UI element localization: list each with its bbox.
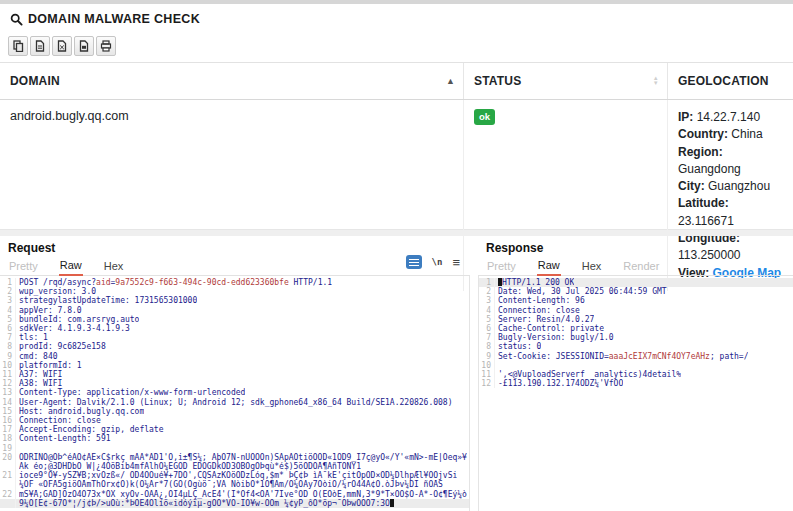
request-panel-title: Request [8,241,470,255]
excel-export-button[interactable] [52,36,72,56]
table-header-row: DOMAIN STATUS GEOLOCATION [0,62,793,100]
code-line: 10 [479,361,793,370]
request-tabs: Pretty Raw Hex \n ≡ [0,255,470,276]
status-header-label: STATUS [474,74,521,88]
sort-ascending-icon [446,76,455,86]
magnifier-icon [10,13,23,26]
domain-malware-check-page: DOMAIN MALWARE CHECK [0,0,793,511]
code-line: 12A38: WIFI [0,379,469,388]
request-tab-raw[interactable]: Raw [59,257,83,276]
code-line: 18Content-Length: 591 [0,434,469,443]
pdf-file-icon [79,40,89,52]
line-endings-icon[interactable]: \n [432,257,443,267]
csv-export-button[interactable] [30,36,50,56]
code-line: 13Content-Type: application/x-www-form-u… [0,388,469,397]
copy-button[interactable] [8,36,28,56]
geo-latitude-line: Latitude: 23.116671 [678,195,783,230]
domain-header-label: DOMAIN [10,74,60,88]
code-line: 2Date: Wed, 30 Jul 2025 06:44:59 GMT [479,287,793,296]
request-panel: Request Pretty Raw Hex \n ≡ 1POST /rqd/a… [0,236,470,511]
malware-check-table: DOMAIN STATUS GEOLOCATION android.bugly.… [0,62,793,230]
export-toolbar [8,36,116,56]
printer-icon [100,40,112,52]
text-cursor [390,499,394,507]
code-line: 4appVer: 7.8.0 [0,306,469,315]
code-line: 21ioce9°O¥-ySZ¥B;xvÖzß«/ ÖD4ÖOué¥+7DÖ',C… [0,471,469,480]
code-line: 3strategylastUpdateTime: 1731565301000 [0,296,469,305]
code-line: 10platformId: 1 [0,361,469,370]
column-header-geolocation[interactable]: GEOLOCATION [667,63,793,99]
excel-file-icon [57,40,67,52]
sort-both-icon [653,76,659,86]
code-line: 15Host: android.bugly.qq.com [0,407,469,416]
code-line: 11',<@VuploadServerf analytics)4detail% [479,370,793,379]
request-raw-view[interactable]: 1POST /rqd/async?aid=9a7552c9-f663-494c-… [0,276,470,511]
geolocation-header-label: GEOLOCATION [678,74,769,88]
request-tab-pretty[interactable]: Pretty [8,258,39,275]
geo-ip-line: IP: 14.22.7.140 [678,109,783,126]
code-line: ¼OF «OFÅ5giöOÅmThOrx¢O)k(Ö¼Àr*7(GÖ(Ogùö¯… [0,480,469,489]
code-line: 11A37: WIFI [0,370,469,379]
menu-icon[interactable]: ≡ [452,256,460,269]
code-line: 9cmd: 840 [0,352,469,361]
copy-icon [13,40,24,52]
code-line: 9Set-Cookie: JSESSIONID=aaaJcEIX7mCNf4OY… [479,352,793,361]
geo-country-line: Country: China [678,126,783,143]
pdf-export-button[interactable] [74,36,94,56]
code-line: 12-£113.190.132.174ODZ¼'VfÖÖ [479,379,793,388]
print-button[interactable] [96,36,116,56]
code-line: 4Connection: close [479,306,793,315]
wrap-lines-icon[interactable] [406,255,422,269]
page-header: DOMAIN MALWARE CHECK [10,12,200,26]
code-line: 8prodId: 9c6825e158 [0,342,469,351]
code-line: 17Accept-Encoding: gzip, deflate [0,425,469,434]
geo-city-line: City: Guangzhou [678,178,783,195]
code-line: 22mS¥Å;GÀD]OzÖ4Ö73x*ÖX xyÖv-ÖÀÅ¿,ÖÍ4µLÇ_… [0,490,469,499]
code-line: 16Connection: close [0,416,469,425]
response-tab-hex[interactable]: Hex [581,258,603,275]
code-line: 8status: 0 [479,342,793,351]
csv-file-icon [35,40,45,52]
code-line: 20ODRÍNÖ@OÞ^éÃO¢ÀÊ×C$rkç mÀÁ*AD1'O,i±¶S¼… [0,453,469,462]
column-header-status[interactable]: STATUS [463,63,667,99]
table-row: android.bugly.qq.com ok IP: 14.22.7.140 … [0,100,793,230]
response-tab-render[interactable]: Render [622,258,660,275]
response-tab-raw[interactable]: Raw [537,257,561,276]
request-code-tools: \n ≡ [406,255,460,269]
status-badge: ok [474,109,495,125]
code-line: 9¼Ö[Ê¢-67Ö*¦/j¢Þ/>uÖù:*ÞÖÊ4Ölíö«idóýïµ-g… [0,499,469,508]
code-line: 14User-Agent: Dalvik/2.1.0 (Linux; U; An… [0,398,469,407]
code-line: 6Cache-Control: private [479,324,793,333]
code-line: 1HTTP/1.1 200 OK [479,278,793,287]
code-line: 3Content-Length: 96 [479,296,793,305]
page-title: DOMAIN MALWARE CHECK [28,12,200,26]
code-line: 5bundleId: com.arsryg.auto [0,315,469,324]
code-line: 5Server: Resin/4.0.27 [479,315,793,324]
response-panel: Response Pretty Raw Hex Render 1HTTP/1.1… [478,236,793,511]
response-tabs: Pretty Raw Hex Render [478,255,793,276]
code-line: 2wup_version: 3.0 [0,287,469,296]
response-tab-pretty[interactable]: Pretty [486,258,517,275]
domain-value: android.bugly.qq.com [10,109,129,123]
code-line: Ak éo;@3DHDbO W|¿4ÖöBib4mfÁlhÖ¼EGÖD ÉDOG… [0,462,469,471]
code-line: 1POST /rqd/async?aid=9a7552c9-f663-494c-… [0,278,469,287]
geo-region-line: Region: Guangdong [678,144,783,179]
request-tab-hex[interactable]: Hex [103,258,125,275]
code-line: 6sdkVer: 4.1.9.3-4.1.9.3 [0,324,469,333]
column-header-domain[interactable]: DOMAIN [0,63,463,99]
code-line: 7tls: 1 [0,333,469,342]
response-raw-view[interactable]: 1HTTP/1.1 200 OK2Date: Wed, 30 Jul 2025 … [478,276,793,511]
response-panel-title: Response [486,241,793,255]
code-line: 7Bugly-Version: bugly/1.0 [479,333,793,342]
code-line: 19 [0,444,469,453]
window-top-edge [0,0,793,4]
